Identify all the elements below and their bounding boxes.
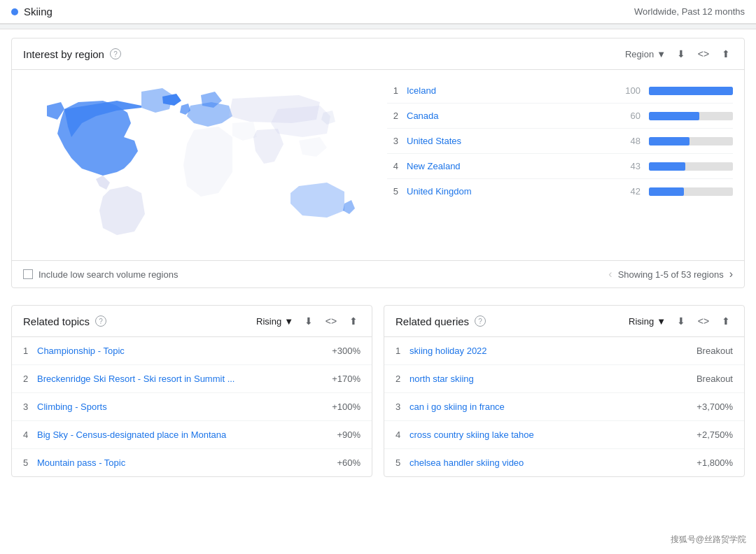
map-container xyxy=(12,76,376,255)
topic-label[interactable]: Mountain pass - Topic xyxy=(37,457,337,468)
region-bar xyxy=(649,112,699,120)
interest-header-right: Region ▼ ⬇ <> ⬆ xyxy=(625,47,733,61)
query-value: +3,700% xyxy=(696,402,733,412)
next-page-btn[interactable]: › xyxy=(729,268,733,280)
query-rank: 4 xyxy=(396,429,410,440)
topic-value: +60% xyxy=(337,457,360,468)
query-value: Breakout xyxy=(696,374,733,384)
queries-list: 1 skiing holiday 2022 Breakout 2 north s… xyxy=(384,337,744,476)
region-bar-wrap xyxy=(649,87,733,95)
region-score: 48 xyxy=(620,136,640,146)
region-name[interactable]: New Zealand xyxy=(407,161,611,171)
topic-label[interactable]: Championship - Topic xyxy=(37,346,332,356)
queries-filter-dropdown[interactable]: Rising ▼ xyxy=(629,316,666,327)
pagination: ‹ Showing 1-5 of 53 regions › xyxy=(608,268,733,280)
region-name[interactable]: United Kingdom xyxy=(407,186,611,197)
prev-page-btn[interactable]: ‹ xyxy=(608,268,612,280)
query-list-item: 5 chelsea handler skiing video +1,800% xyxy=(384,449,744,476)
region-item: 5 United Kingdom 42 xyxy=(387,179,733,204)
share-icon[interactable]: ⬆ xyxy=(719,47,733,61)
topics-download-icon[interactable]: ⬇ xyxy=(302,314,316,328)
topic-rank: 1 xyxy=(23,346,37,356)
download-icon[interactable]: ⬇ xyxy=(674,47,688,61)
topic-list-item: 5 Mountain pass - Topic +60% xyxy=(12,449,372,476)
query-rank: 1 xyxy=(396,346,410,356)
queries-help-icon[interactable]: ? xyxy=(475,315,486,327)
world-map xyxy=(26,81,362,249)
query-list-item: 1 skiing holiday 2022 Breakout xyxy=(384,337,744,365)
region-bar xyxy=(649,187,684,196)
topics-list: 1 Championship - Topic +300% 2 Breckenri… xyxy=(12,337,372,476)
topics-header-left: Related topics ? xyxy=(23,315,106,327)
low-volume-checkbox-label[interactable]: Include low search volume regions xyxy=(23,269,178,280)
code-icon[interactable]: <> xyxy=(696,47,710,61)
queries-share-icon[interactable]: ⬆ xyxy=(719,314,733,328)
top-bar-right: Worldwide, Past 12 months xyxy=(634,6,745,17)
interest-header-left: Interest by region ? xyxy=(23,48,121,60)
topic-value: +100% xyxy=(332,402,360,412)
query-rank: 2 xyxy=(396,374,410,384)
region-item: 3 United States 48 xyxy=(387,129,733,154)
region-item: 2 Canada 60 xyxy=(387,104,733,129)
region-label: Region xyxy=(625,49,654,59)
region-score: 42 xyxy=(620,186,640,197)
interest-help-icon[interactable]: ? xyxy=(110,48,121,59)
region-bar xyxy=(649,87,733,95)
topic-rank: 2 xyxy=(23,374,37,384)
topics-filter-dropdown[interactable]: Rising ▼ xyxy=(256,316,293,327)
topics-share-icon[interactable]: ⬆ xyxy=(346,314,360,328)
top-bar-left: Skiing xyxy=(11,6,52,17)
region-name[interactable]: Iceland xyxy=(407,85,611,96)
interest-section-header: Interest by region ? Region ▼ ⬇ <> ⬆ xyxy=(12,38,744,70)
topic-rank: 4 xyxy=(23,429,37,440)
query-label[interactable]: skiing holiday 2022 xyxy=(410,346,696,356)
region-score: 100 xyxy=(620,85,640,96)
top-bar: Skiing Worldwide, Past 12 months xyxy=(0,0,756,24)
topic-rank: 5 xyxy=(23,457,37,468)
skiing-dot xyxy=(11,8,18,15)
region-name[interactable]: United States xyxy=(407,136,611,146)
low-volume-checkbox[interactable] xyxy=(23,269,33,279)
queries-download-icon[interactable]: ⬇ xyxy=(674,314,688,328)
map-region-container: 1 Iceland 100 2 Canada 60 3 United State… xyxy=(12,70,744,260)
region-name[interactable]: Canada xyxy=(407,111,611,121)
topic-value: +170% xyxy=(332,374,360,384)
query-value: +1,800% xyxy=(696,457,733,468)
topic-list-item: 4 Big Sky - Census-designated place in M… xyxy=(12,421,372,449)
region-dropdown[interactable]: Region ▼ xyxy=(625,49,666,59)
query-label[interactable]: chelsea handler skiing video xyxy=(410,457,696,468)
topic-label[interactable]: Climbing - Sports xyxy=(37,402,332,412)
query-list-item: 2 north star skiing Breakout xyxy=(384,365,744,393)
topics-filter-chevron: ▼ xyxy=(284,316,293,327)
topics-help-icon[interactable]: ? xyxy=(95,315,106,327)
query-label[interactable]: cross country skiing lake tahoe xyxy=(410,429,696,440)
region-rank: 2 xyxy=(387,111,398,121)
topic-value: +300% xyxy=(332,346,360,356)
topic-label[interactable]: Breckenridge Ski Resort - Ski resort in … xyxy=(37,374,332,384)
queries-filter-label: Rising xyxy=(629,316,654,327)
interest-section-title: Interest by region xyxy=(23,48,104,60)
region-item: 1 Iceland 100 xyxy=(387,78,733,104)
region-rank: 3 xyxy=(387,136,398,146)
topic-label[interactable]: Big Sky - Census-designated place in Mon… xyxy=(37,429,337,440)
region-bar-wrap xyxy=(649,112,733,120)
query-list-item: 3 can i go skiing in france +3,700% xyxy=(384,393,744,421)
topics-header-right: Rising ▼ ⬇ <> ⬆ xyxy=(256,314,360,328)
region-rank: 5 xyxy=(387,186,398,197)
low-volume-label: Include low search volume regions xyxy=(38,269,178,280)
related-topics-header: Related topics ? Rising ▼ ⬇ <> ⬆ xyxy=(12,306,372,337)
region-bar xyxy=(649,137,690,145)
region-bar-wrap xyxy=(649,162,733,171)
top-bar-title: Skiing xyxy=(24,6,52,17)
region-chevron-icon: ▼ xyxy=(657,49,666,59)
query-label[interactable]: can i go skiing in france xyxy=(410,402,696,412)
topics-code-icon[interactable]: <> xyxy=(324,314,338,328)
interest-by-region-section: Interest by region ? Region ▼ ⬇ <> ⬆ xyxy=(11,38,745,288)
queries-header-right: Rising ▼ ⬇ <> ⬆ xyxy=(629,314,733,328)
queries-filter-chevron: ▼ xyxy=(657,316,666,327)
region-bar-wrap xyxy=(649,187,733,196)
query-label[interactable]: north star skiing xyxy=(410,374,696,384)
query-value: Breakout xyxy=(696,346,733,356)
queries-code-icon[interactable]: <> xyxy=(696,314,710,328)
region-item: 4 New Zealand 43 xyxy=(387,154,733,179)
